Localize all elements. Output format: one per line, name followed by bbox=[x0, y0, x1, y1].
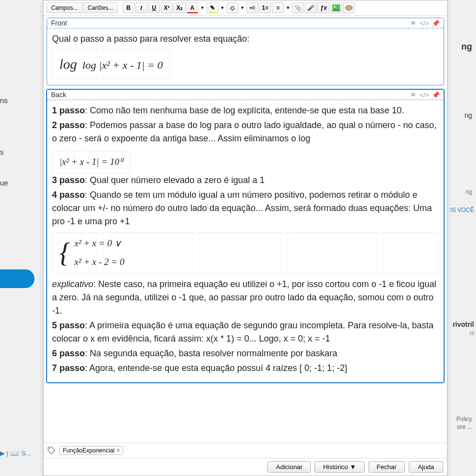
dropdown-icon[interactable]: ▼ bbox=[199, 5, 206, 10]
pin-icon[interactable]: 📌 bbox=[432, 20, 440, 27]
bg-text: ng bbox=[464, 111, 472, 119]
tag-chip[interactable]: FunçãoExponencial × bbox=[59, 446, 123, 455]
italic-button[interactable]: I bbox=[135, 2, 147, 13]
equation-button[interactable]: ƒx bbox=[317, 2, 329, 13]
bg-text: ns bbox=[0, 96, 8, 105]
ordered-list-button[interactable]: 1≡ bbox=[259, 2, 271, 13]
image-button[interactable] bbox=[330, 2, 342, 13]
code-icon[interactable]: </> bbox=[420, 91, 429, 99]
subscript-button[interactable]: X₂ bbox=[174, 2, 185, 13]
align-button[interactable]: ≡ bbox=[272, 2, 284, 13]
step-line: 3 passo: Qual quer número elevado a zero… bbox=[52, 174, 439, 187]
tag-remove-icon[interactable]: × bbox=[116, 447, 120, 454]
field-label: Back bbox=[51, 91, 66, 99]
bold-button[interactable]: B bbox=[123, 2, 134, 13]
highlight-button[interactable]: ✎ bbox=[207, 2, 218, 13]
step-line: 7 passo: Agora, entende-se que esta equa… bbox=[52, 362, 439, 375]
svg-point-1 bbox=[334, 6, 336, 8]
front-field[interactable]: Front 👁 </> 📌 Qual o passo a passo para … bbox=[47, 18, 444, 85]
step-line: 4 passo: Quando se tem um módulo igual a… bbox=[52, 188, 439, 228]
bg-text: ore ... bbox=[457, 423, 472, 430]
bg-sidebar-item[interactable]: ▶ | 📖: S... bbox=[0, 450, 31, 457]
close-button[interactable]: Fechar bbox=[369, 461, 405, 473]
bg-text: s bbox=[0, 148, 4, 156]
field-header: Front 👁 </> 📌 bbox=[47, 18, 444, 28]
bg-text: IS VOCÊ bbox=[450, 207, 474, 213]
superscript-button[interactable]: X² bbox=[161, 2, 173, 13]
fields-button[interactable]: Campos... bbox=[47, 2, 82, 13]
attachment-button[interactable]: 📎 bbox=[292, 2, 304, 13]
dialog-button-row: Adicionar Histórico ▼ Fechar Ajuda bbox=[44, 458, 447, 476]
step-line: 2 passo: Podemos passar a base do log pa… bbox=[52, 119, 439, 145]
bg-text: ng bbox=[466, 188, 472, 195]
step-line: 6 passo: Na segunda equação, basta resol… bbox=[52, 347, 439, 360]
field-header: Back 👁 </> 📌 bbox=[47, 90, 444, 100]
text-color-button[interactable]: A bbox=[186, 2, 198, 13]
dropdown-icon[interactable]: ▼ bbox=[219, 5, 226, 10]
brace-icon: { bbox=[59, 239, 70, 266]
clear-format-button[interactable]: ◇ bbox=[227, 2, 238, 13]
pin-icon[interactable]: 📌 bbox=[432, 91, 440, 99]
bg-text: ril bbox=[470, 330, 474, 337]
equation-text: log |x² + x - 1| = 0 bbox=[82, 59, 163, 71]
bg-pill bbox=[0, 269, 34, 288]
bg-text: ng bbox=[461, 42, 472, 52]
mic-button[interactable]: 🎤 bbox=[305, 2, 317, 13]
tag-label: FunçãoExponencial bbox=[63, 447, 114, 454]
step-line: 1 passo: Como não tem nenhuma base de lo… bbox=[52, 104, 439, 117]
dropdown-icon[interactable]: ▼ bbox=[239, 5, 246, 10]
tag-icon bbox=[48, 447, 55, 454]
step-line: explicativo: Neste caso, na primeira equ… bbox=[52, 278, 439, 317]
equation-text: x² + x - 2 = 0 bbox=[74, 255, 124, 269]
eye-icon[interactable]: 👁 bbox=[410, 20, 417, 27]
code-icon[interactable]: </> bbox=[420, 20, 429, 27]
front-text: Qual o passo a passo para resolver esta … bbox=[52, 32, 439, 46]
equation-text: x² + x = 0 ∨ bbox=[74, 237, 124, 251]
history-button[interactable]: Histórico ▼ bbox=[315, 461, 364, 473]
bg-text: Policy bbox=[456, 416, 472, 423]
field-label: Front bbox=[51, 19, 67, 27]
front-content[interactable]: Qual o passo a passo para resolver esta … bbox=[47, 28, 444, 85]
unordered-list-button[interactable]: •≡ bbox=[246, 2, 258, 13]
cloze-button[interactable] bbox=[343, 2, 355, 13]
cards-button[interactable]: Cartões... bbox=[83, 2, 118, 13]
back-field[interactable]: Back 👁 </> 📌 1 passo: Como não tem nenhu… bbox=[47, 89, 444, 383]
editor-body: Front 👁 </> 📌 Qual o passo a passo para … bbox=[44, 16, 447, 443]
svg-point-3 bbox=[49, 448, 50, 449]
cloze-icon bbox=[345, 5, 353, 11]
add-card-dialog: Campos... Cartões... B I U X² X₂ A ▼ ✎ ▼… bbox=[43, 0, 448, 476]
step-line: 5 passo: A primeira equação é uma equaçã… bbox=[52, 319, 439, 345]
underline-button[interactable]: U bbox=[148, 2, 160, 13]
tag-row[interactable]: FunçãoExponencial × bbox=[44, 443, 447, 458]
add-button[interactable]: Adicionar bbox=[267, 461, 311, 473]
bg-text: ue bbox=[0, 179, 8, 187]
svg-point-2 bbox=[345, 5, 352, 10]
dropdown-icon[interactable]: ▼ bbox=[285, 5, 291, 10]
eye-icon[interactable]: 👁 bbox=[410, 91, 417, 99]
editor-toolbar: Campos... Cartões... B I U X² X₂ A ▼ ✎ ▼… bbox=[44, 0, 447, 16]
back-content[interactable]: 1 passo: Como não tem nenhuma base de lo… bbox=[47, 100, 444, 382]
equation-image: { x² + x = 0 ∨ x² + x - 2 = 0 bbox=[52, 232, 439, 274]
bg-text: rivotril bbox=[452, 320, 474, 328]
image-icon bbox=[332, 4, 340, 11]
help-button[interactable]: Ajuda bbox=[409, 461, 443, 473]
equation-image: |x² + x - 1| = 10⁰ bbox=[52, 151, 131, 174]
equation-image: log log |x² + x - 1| = 0 bbox=[52, 50, 170, 79]
